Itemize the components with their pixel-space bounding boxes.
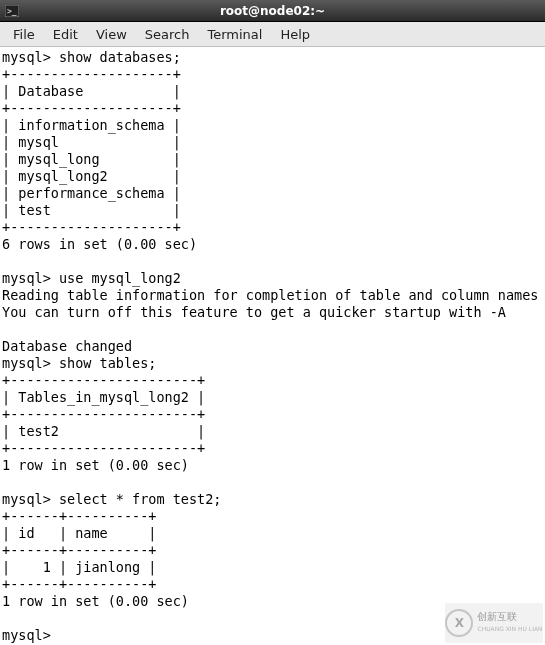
watermark-line1: 创新互联 [477, 611, 542, 623]
terminal-icon: >_ [4, 3, 20, 19]
terminal-output[interactable]: mysql> show databases; +----------------… [0, 47, 545, 645]
menubar: File Edit View Search Terminal Help [0, 22, 545, 47]
menu-terminal[interactable]: Terminal [198, 24, 271, 45]
watermark-text: 创新互联 CHUANG XIN HU LIAN [477, 611, 542, 635]
window-title: root@node02:~ [220, 4, 325, 18]
menu-file[interactable]: File [4, 24, 44, 45]
watermark: X 创新互联 CHUANG XIN HU LIAN [445, 603, 543, 643]
menu-help[interactable]: Help [271, 24, 319, 45]
menu-search[interactable]: Search [136, 24, 199, 45]
menu-view[interactable]: View [87, 24, 136, 45]
watermark-logo-icon: X [445, 609, 473, 637]
window-titlebar: >_ root@node02:~ [0, 0, 545, 22]
svg-text:>_: >_ [7, 7, 17, 16]
menu-edit[interactable]: Edit [44, 24, 87, 45]
watermark-line2: CHUANG XIN HU LIAN [477, 623, 542, 635]
